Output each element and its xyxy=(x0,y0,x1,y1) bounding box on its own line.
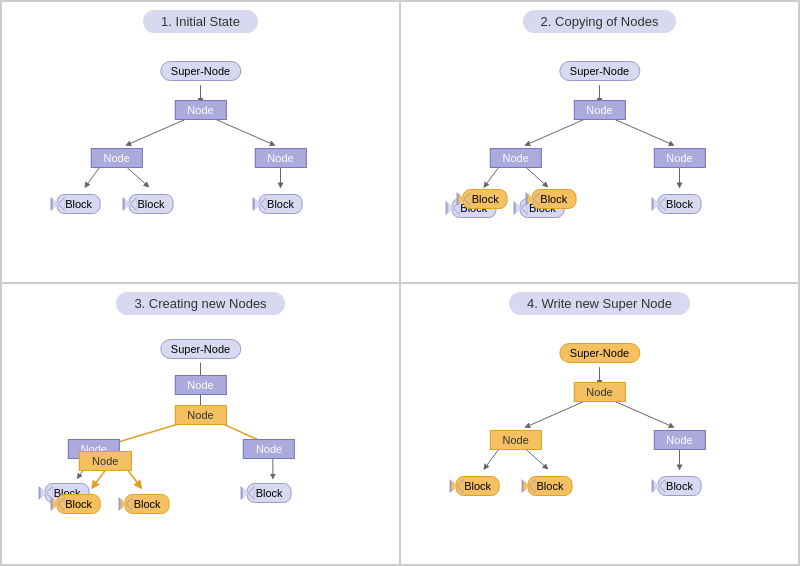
p3-node-right: Node xyxy=(243,439,295,459)
p2-block1-orange: Block xyxy=(463,189,508,209)
p2-node-right: Node xyxy=(653,148,705,168)
p1-block1: Block xyxy=(56,194,101,214)
panel4-diagram: Super-Node Node Node Node Block Block xyxy=(409,317,790,545)
p2-supernode: Super-Node xyxy=(559,61,640,81)
p4-supernode: Super-Node xyxy=(559,343,640,363)
p4-block3: Block xyxy=(657,476,702,496)
p3-block3: Block xyxy=(247,483,292,503)
panel4-title-row: 4. Write new Super Node xyxy=(409,292,790,315)
p3-node-left-orange: Node xyxy=(79,451,131,471)
p2-block3: Block xyxy=(657,194,702,214)
p3-node-orange: Node xyxy=(174,405,226,425)
panel2-title-row: 2. Copying of Nodes xyxy=(409,10,790,33)
panel3-title-row: 3. Creating new Nodes xyxy=(10,292,391,315)
p3-block1-orange: Block xyxy=(56,494,101,514)
p3-supernode: Super-Node xyxy=(160,339,241,359)
panel2-title: 2. Copying of Nodes xyxy=(523,10,677,33)
p3-node-grey: Node xyxy=(174,375,226,395)
svg-line-8 xyxy=(615,119,672,144)
panel1-diagram: Super-Node Node Node Node Block Block xyxy=(10,35,391,263)
p1-node-right: Node xyxy=(254,148,306,168)
svg-line-7 xyxy=(527,119,584,144)
panel1-title-row: 1. Initial State xyxy=(10,10,391,33)
svg-line-2 xyxy=(216,119,273,144)
svg-line-1 xyxy=(128,119,185,144)
panel-initial-state: 1. Initial State xyxy=(1,1,400,283)
p2-node-top: Node xyxy=(573,100,625,120)
p1-block3: Block xyxy=(258,194,303,214)
panel-copying-nodes: 2. Copying of Nodes Super-Node N xyxy=(400,1,799,283)
p1-node-top: Node xyxy=(174,100,226,120)
p1-node-left: Node xyxy=(91,148,143,168)
p4-block2: Block xyxy=(528,476,573,496)
p4-node-right: Node xyxy=(653,430,705,450)
panel1-title: 1. Initial State xyxy=(143,10,258,33)
p2-node-left: Node xyxy=(490,148,542,168)
svg-line-21 xyxy=(527,401,584,426)
p4-node-top: Node xyxy=(573,382,625,402)
panel-write-supernode: 4. Write new Super Node Super-Node xyxy=(400,283,799,565)
p1-supernode: Super-Node xyxy=(160,61,241,81)
p3-block2-orange: Block xyxy=(125,494,170,514)
panel3-diagram: Super-Node Node Node Node Node Node xyxy=(10,317,391,545)
panel3-title: 3. Creating new Nodes xyxy=(116,292,284,315)
p2-block2-orange: Block xyxy=(531,189,576,209)
panel2-diagram: Super-Node Node Node Node Block Block Bl… xyxy=(409,35,790,263)
svg-line-22 xyxy=(615,401,672,426)
panel4-title: 4. Write new Super Node xyxy=(509,292,690,315)
main-grid: 1. Initial State xyxy=(0,0,800,566)
panel-creating-nodes: 3. Creating new Nodes xyxy=(1,283,400,565)
p4-node-left: Node xyxy=(490,430,542,450)
p1-block2: Block xyxy=(129,194,174,214)
p4-block1: Block xyxy=(455,476,500,496)
